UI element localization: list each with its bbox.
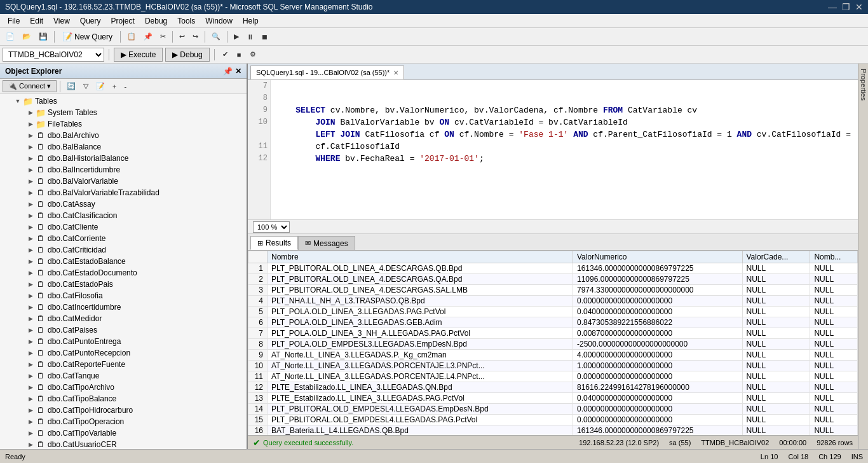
tb-btn-3[interactable]: ⏹ <box>258 30 271 44</box>
tree-table-dbo-CatEstadoDocumento[interactable]: ▶🗒dbo.CatEstadoDocumento <box>0 267 247 279</box>
tree-tables-folder[interactable]: ▼ 📁 Tables <box>0 95 247 107</box>
properties-label[interactable]: Properties <box>860 69 867 100</box>
table-row[interactable]: 12PLTE_Estabilizado.LL_LINEA_3.LLEGADAS.… <box>248 382 858 393</box>
tree-table-dbo-BalValorVariable[interactable]: ▶🗒dbo.BalValorVariable <box>0 176 247 187</box>
table-row[interactable]: 6PLT_POLA.OLD_LINEA_3.LLEGADAS.GEB.Adim0… <box>248 317 858 328</box>
tree-file-tables[interactable]: ▶ 📁 FileTables <box>0 118 247 130</box>
expander[interactable]: ▶ <box>25 176 36 186</box>
table-row[interactable]: 1PLT_PBLITORAL.OLD_LINEA_4.DESCARGAS.QB.… <box>248 263 858 274</box>
open-button[interactable]: 📂 <box>19 30 34 44</box>
sql-editor[interactable]: 7 8 9 10 11 12 SELECT cv.Nombre, bv.Valo… <box>248 80 858 220</box>
expander[interactable]: ▶ <box>25 371 36 381</box>
table-row[interactable]: 13PLTE_Estabilizado.LL_LINEA_3.LLEGADAS.… <box>248 393 858 404</box>
paste-button[interactable]: 📌 <box>140 30 156 44</box>
tree-table-dbo-CatCorriente[interactable]: ▶🗒dbo.CatCorriente <box>0 233 247 244</box>
code-area[interactable]: SELECT cv.Nombre, bv.ValorNumerico, bv.V… <box>271 80 858 219</box>
tree-table-dbo-CatAssay[interactable]: ▶🗒dbo.CatAssay <box>0 198 247 210</box>
tb-btn-2[interactable]: ⏸ <box>243 30 257 44</box>
tree-table-dbo-CatTipoBalance[interactable]: ▶🗒dbo.CatTipoBalance <box>0 393 247 404</box>
active-query-tab[interactable]: SQLQuery1.sql - 19...CBalOIV02 (sa (55))… <box>250 66 404 79</box>
redo-button[interactable]: ↪ <box>189 30 201 44</box>
table-row[interactable]: 16BAT_Bateria.LL_L4.LLEGADAS.QB.Bpd16134… <box>248 425 858 436</box>
col-nomb[interactable]: Nomb... <box>810 251 858 263</box>
col-valornumerico[interactable]: ValorNumerico <box>573 251 743 263</box>
tables-expander[interactable]: ▼ <box>13 96 23 106</box>
new-file-button[interactable]: 📄 <box>3 30 18 44</box>
expander[interactable]: ▶ <box>25 188 36 198</box>
tree-table-dbo-BalHistorialBalance[interactable]: ▶🗒dbo.BalHistorialBalance <box>0 153 247 164</box>
tree-table-dbo-CatClasificacion[interactable]: ▶🗒dbo.CatClasificacion <box>0 210 247 221</box>
execute-button[interactable]: ▶ Execute <box>114 48 163 62</box>
tree-table-dbo-CatTipoHidrocarburo[interactable]: ▶🗒dbo.CatTipoHidrocarburo <box>0 404 247 416</box>
menu-tools[interactable]: Tools <box>172 15 200 27</box>
parse-btn[interactable]: ⚙ <box>247 48 259 62</box>
results-grid[interactable]: Nombre ValorNumerico ValorCade... Nomb..… <box>248 251 858 435</box>
table-row[interactable]: 8PLT_POLA.OLD_EMPDESL3.LLEGADAS.EmpDesN.… <box>248 339 858 350</box>
debug-button[interactable]: ▶ Debug <box>165 48 209 62</box>
expander[interactable]: ▶ <box>25 428 36 438</box>
expander[interactable]: ▶ <box>25 302 36 312</box>
connect-button[interactable]: 🔌 Connect ▾ <box>3 80 57 92</box>
tree-system-tables[interactable]: ▶ 📁 System Tables <box>0 107 247 118</box>
menu-edit[interactable]: Edit <box>25 15 48 27</box>
menu-project[interactable]: Project <box>106 15 140 27</box>
table-row[interactable]: 3PLT_PBLITORAL.OLD_LINEA_4.DESCARGAS.SAL… <box>248 285 858 296</box>
expander[interactable]: ▶ <box>25 314 36 324</box>
oe-filter-btn[interactable]: ▽ <box>80 79 92 93</box>
expander[interactable]: ▶ <box>25 268 36 278</box>
results-tab[interactable]: ⊞ Results <box>250 236 298 250</box>
table-row[interactable]: 2PLT_PBLITORAL.OLD_LINEA_4.DESCARGAS.QA.… <box>248 274 858 285</box>
expander[interactable]: ▶ <box>25 211 36 221</box>
expander[interactable]: ▶ <box>25 153 36 163</box>
tree-table-dbo-CatTanque[interactable]: ▶🗒dbo.CatTanque <box>0 370 247 382</box>
tree-table-dbo-BalArchivo[interactable]: ▶🗒dbo.BalArchivo <box>0 130 247 141</box>
menu-view[interactable]: View <box>48 15 75 27</box>
expander[interactable]: ▶ <box>25 199 36 209</box>
tree-table-dbo-CatTipoOperacion[interactable]: ▶🗒dbo.CatTipoOperacion <box>0 416 247 427</box>
expander[interactable]: ▶ <box>25 142 36 152</box>
copy-button[interactable]: 📋 <box>124 30 139 44</box>
oe-collapse-btn[interactable]: - <box>121 79 130 93</box>
table-row[interactable]: 4PLT_NHA.LL_NH_A_L3.TRASPASO.QB.Bpd0.000… <box>248 296 858 307</box>
expander[interactable]: ▶ <box>25 245 36 255</box>
tree-table-dbo-CatEstadoBalance[interactable]: ▶🗒dbo.CatEstadoBalance <box>0 256 247 267</box>
check-btn[interactable]: ✔ <box>219 48 231 62</box>
menu-window[interactable]: Window <box>200 15 238 27</box>
tree-table-dbo-CatPuntoEntrega[interactable]: ▶🗒dbo.CatPuntoEntrega <box>0 336 247 347</box>
tree-table-dbo-CatTipoArchivo[interactable]: ▶🗒dbo.CatTipoArchivo <box>0 382 247 393</box>
expander[interactable]: ▶ <box>25 348 36 358</box>
file-tables-expander[interactable]: ▶ <box>25 119 36 129</box>
oe-close-icon[interactable]: ✕ <box>235 67 241 76</box>
save-button[interactable]: 💾 <box>36 30 51 44</box>
undo-button[interactable]: ↩ <box>176 30 188 44</box>
zoom-selector[interactable]: 100 % 75 % 125 % 150 % <box>253 221 290 233</box>
tree-table-dbo-CatUsuarioCER[interactable]: ▶🗒dbo.CatUsuarioCER <box>0 439 247 449</box>
expander[interactable]: ▶ <box>25 165 36 175</box>
tab-close-button[interactable]: ✕ <box>393 69 398 76</box>
oe-refresh-btn[interactable]: 🔄 <box>64 79 79 93</box>
expander[interactable]: ▶ <box>25 417 36 427</box>
expander[interactable]: ▶ <box>25 222 36 232</box>
table-row[interactable]: 5PLT_POLA.OLD_LINEA_3.LLEGADAS.PAG.PctVo… <box>248 307 858 317</box>
table-row[interactable]: 11AT_Norte.LL_LINEA_3.LLEGADAS.PORCENTAJ… <box>248 371 858 382</box>
tree-table-dbo-BalValorVariableTrazabilidad[interactable]: ▶🗒dbo.BalValorVariableTrazabilidad <box>0 187 247 198</box>
menu-query[interactable]: Query <box>75 15 106 27</box>
tree-table-dbo-BalIncertidumbre[interactable]: ▶🗒dbo.BalIncertidumbre <box>0 164 247 176</box>
expander[interactable]: ▶ <box>25 405 36 415</box>
tree-table-dbo-CatIncertidumbre[interactable]: ▶🗒dbo.CatIncertidumbre <box>0 301 247 313</box>
oe-expand-btn[interactable]: + <box>109 79 119 93</box>
search-button[interactable]: 🔍 <box>208 30 224 44</box>
expander[interactable]: ▶ <box>25 279 36 289</box>
table-row[interactable]: 9AT_Norte.LL_LINEA_3.LLEGADAS.P._Kg_cm2m… <box>248 350 858 361</box>
messages-tab[interactable]: ✉ Messages <box>298 236 355 250</box>
expander[interactable]: ▶ <box>25 233 36 244</box>
sys-tables-expander[interactable]: ▶ <box>25 107 36 118</box>
menu-help[interactable]: Help <box>238 15 264 27</box>
minimize-button[interactable]: — <box>828 2 837 12</box>
menu-debug[interactable]: Debug <box>140 15 172 27</box>
expander[interactable]: ▶ <box>25 439 36 449</box>
table-row[interactable]: 10AT_Norte.LL_LINEA_3.LLEGADAS.PORCENTAJ… <box>248 361 858 371</box>
tree-table-dbo-CatCliente[interactable]: ▶🗒dbo.CatCliente <box>0 221 247 233</box>
tree-table-dbo-CatMedidor[interactable]: ▶🗒dbo.CatMedidor <box>0 313 247 324</box>
expander[interactable]: ▶ <box>25 130 36 141</box>
